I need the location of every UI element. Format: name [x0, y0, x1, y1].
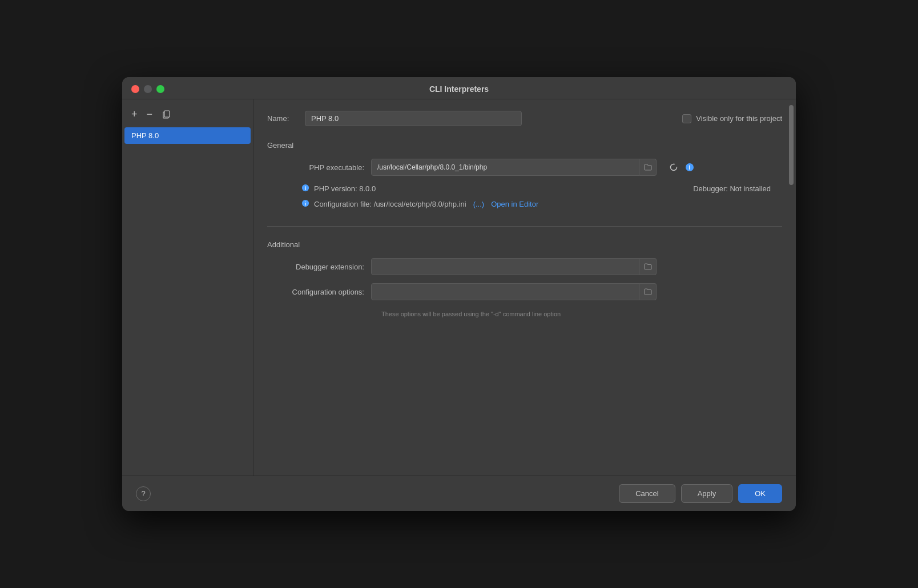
title-bar: CLI Interpreters [122, 77, 796, 99]
main-content: + − PHP 8.0 Name: [122, 99, 796, 476]
name-row: Name: Visible only for this project [267, 111, 782, 126]
php-executable-folder-button[interactable] [639, 159, 657, 176]
info-small-icon-2: i [301, 199, 309, 207]
config-options-label: Configuration options: [267, 288, 364, 296]
apply-button[interactable]: Apply [681, 484, 733, 503]
svg-text:i: i [689, 164, 691, 171]
interpreter-item-php80[interactable]: PHP 8.0 [124, 127, 251, 144]
config-options-field-group [371, 283, 657, 300]
right-panel: Name: Visible only for this project Gene… [253, 99, 796, 476]
sidebar: + − PHP 8.0 [122, 99, 253, 476]
debugger-status-text: Debugger: Not installed [693, 184, 782, 193]
hint-text: These options will be passed using the "… [267, 311, 782, 317]
remove-interpreter-button[interactable]: − [143, 107, 156, 122]
window-controls [131, 85, 164, 93]
debugger-extension-folder-button[interactable] [639, 258, 657, 275]
ok-button[interactable]: OK [738, 484, 782, 503]
php-version-text: PHP version: 8.0.0 [314, 184, 376, 193]
folder-icon-2 [644, 263, 652, 270]
section-divider [267, 226, 782, 227]
php-executable-row: PHP executable: /usr/local/Cellar/php/8.… [267, 159, 782, 176]
refresh-button[interactable] [668, 162, 679, 173]
config-file-info-icon: i [301, 199, 311, 209]
scrollbar-thumb[interactable] [789, 105, 794, 185]
folder-icon-3 [644, 288, 652, 295]
debugger-extension-row: Debugger extension: [267, 258, 782, 275]
add-interpreter-button[interactable]: + [128, 107, 141, 122]
config-options-row: Configuration options: [267, 283, 782, 300]
php-executable-input[interactable]: /usr/local/Cellar/php/8.0.0_1/bin/php [371, 159, 639, 176]
footer: ? Cancel Apply OK [122, 476, 796, 511]
close-button[interactable] [131, 85, 139, 93]
debugger-extension-label: Debugger extension: [267, 263, 364, 271]
visible-only-checkbox[interactable] [682, 114, 691, 123]
copy-icon [162, 110, 171, 119]
help-button[interactable]: ? [136, 486, 151, 501]
svg-text:i: i [305, 186, 306, 191]
maximize-button[interactable] [156, 85, 164, 93]
svg-rect-1 [164, 111, 170, 117]
sidebar-toolbar: + − [122, 105, 253, 127]
name-label: Name: [267, 114, 296, 123]
copy-interpreter-button[interactable] [158, 109, 174, 120]
visible-only-row: Visible only for this project [682, 114, 782, 123]
info-circle-icon: i [685, 163, 694, 172]
footer-buttons: Cancel Apply OK [619, 484, 782, 503]
folder-icon [644, 164, 652, 171]
open-in-editor-link[interactable]: Open in Editor [491, 200, 538, 208]
info-button[interactable]: i [684, 162, 695, 173]
cancel-button[interactable]: Cancel [619, 484, 675, 503]
php-executable-actions: i [668, 162, 695, 173]
svg-text:i: i [305, 201, 306, 207]
cli-interpreters-dialog: CLI Interpreters + − PHP 8.0 [122, 77, 796, 511]
config-file-text: Configuration file: /usr/local/etc/php/8… [314, 200, 466, 208]
debugger-extension-field-group [371, 258, 657, 275]
php-version-info-icon: i [301, 184, 311, 194]
php-version-row: i PHP version: 8.0.0 Debugger: Not insta… [267, 184, 782, 194]
debugger-extension-input[interactable] [371, 258, 639, 275]
config-file-row: i Configuration file: /usr/local/etc/php… [267, 199, 782, 209]
name-input[interactable] [305, 111, 522, 126]
refresh-icon [669, 163, 678, 172]
config-ellipsis-link[interactable]: (...) [473, 200, 485, 208]
config-options-input[interactable] [371, 283, 639, 300]
dialog-title: CLI Interpreters [429, 84, 489, 94]
additional-section-header: Additional [267, 240, 782, 249]
config-options-folder-button[interactable] [639, 283, 657, 300]
php-executable-field-group: /usr/local/Cellar/php/8.0.0_1/bin/php [371, 159, 657, 176]
php-executable-label: PHP executable: [267, 163, 364, 172]
scrollbar-track[interactable] [789, 105, 794, 470]
info-small-icon: i [301, 184, 309, 192]
general-section-header: General [267, 141, 782, 150]
minimize-button[interactable] [144, 85, 152, 93]
visible-only-label: Visible only for this project [696, 114, 782, 123]
